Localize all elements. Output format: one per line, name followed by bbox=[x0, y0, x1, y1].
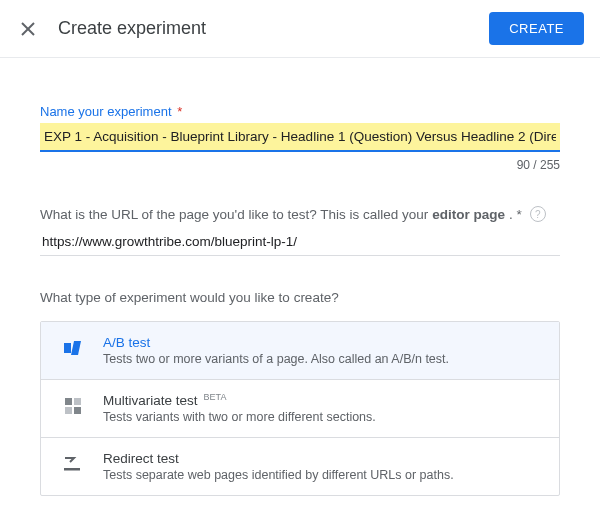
name-input-wrap bbox=[40, 123, 560, 152]
create-button[interactable]: CREATE bbox=[489, 12, 584, 45]
option-title: Redirect test bbox=[103, 451, 537, 466]
name-char-counter: 90 / 255 bbox=[40, 158, 560, 172]
option-title: Multivariate test BETA bbox=[103, 393, 537, 408]
svg-rect-6 bbox=[65, 407, 72, 414]
svg-rect-2 bbox=[64, 343, 71, 353]
type-section-label: What type of experiment would you like t… bbox=[40, 290, 560, 305]
option-text: Redirect test Tests separate web pages i… bbox=[103, 451, 537, 482]
beta-badge: BETA bbox=[204, 392, 227, 402]
option-title-text: Multivariate test bbox=[103, 393, 198, 408]
option-redirect-test[interactable]: Redirect test Tests separate web pages i… bbox=[41, 438, 559, 495]
help-icon[interactable]: ? bbox=[530, 206, 546, 222]
option-title-text: Redirect test bbox=[103, 451, 179, 466]
option-title-text: A/B test bbox=[103, 335, 150, 350]
experiment-type-section: What type of experiment would you like t… bbox=[40, 290, 560, 496]
ab-test-icon bbox=[63, 338, 83, 358]
svg-rect-5 bbox=[74, 398, 81, 405]
editor-page-url-input[interactable] bbox=[40, 228, 560, 256]
url-field-label: What is the URL of the page you'd like t… bbox=[40, 206, 560, 222]
option-text: Multivariate test BETA Tests variants wi… bbox=[103, 393, 537, 424]
required-asterisk: * bbox=[177, 104, 182, 119]
url-label-bold: editor page bbox=[432, 207, 505, 222]
svg-rect-7 bbox=[74, 407, 81, 414]
svg-rect-4 bbox=[65, 398, 72, 405]
close-icon bbox=[20, 21, 36, 37]
option-multivariate-test[interactable]: Multivariate test BETA Tests variants wi… bbox=[41, 380, 559, 438]
dialog-title: Create experiment bbox=[58, 18, 206, 39]
option-desc: Tests separate web pages identified by d… bbox=[103, 468, 537, 482]
option-ab-test[interactable]: A/B test Tests two or more variants of a… bbox=[41, 322, 559, 380]
dialog-content: Name your experiment * 90 / 255 What is … bbox=[0, 58, 600, 508]
option-title: A/B test bbox=[103, 335, 537, 350]
header-left: Create experiment bbox=[16, 17, 206, 41]
svg-rect-3 bbox=[71, 341, 81, 355]
name-field-label: Name your experiment * bbox=[40, 104, 560, 119]
option-desc: Tests variants with two or more differen… bbox=[103, 410, 537, 424]
name-label-text: Name your experiment bbox=[40, 104, 172, 119]
url-label-prefix: What is the URL of the page you'd like t… bbox=[40, 207, 428, 222]
multivariate-icon bbox=[63, 396, 83, 416]
url-field-block: What is the URL of the page you'd like t… bbox=[40, 206, 560, 256]
close-button[interactable] bbox=[16, 17, 40, 41]
url-label-suffix: . * bbox=[509, 207, 522, 222]
redirect-icon bbox=[63, 454, 83, 474]
experiment-name-input[interactable] bbox=[40, 123, 560, 150]
experiment-type-options: A/B test Tests two or more variants of a… bbox=[40, 321, 560, 496]
svg-rect-8 bbox=[64, 468, 80, 471]
option-desc: Tests two or more variants of a page. Al… bbox=[103, 352, 537, 366]
dialog-header: Create experiment CREATE bbox=[0, 0, 600, 58]
name-field-block: Name your experiment * 90 / 255 bbox=[40, 104, 560, 172]
option-text: A/B test Tests two or more variants of a… bbox=[103, 335, 537, 366]
